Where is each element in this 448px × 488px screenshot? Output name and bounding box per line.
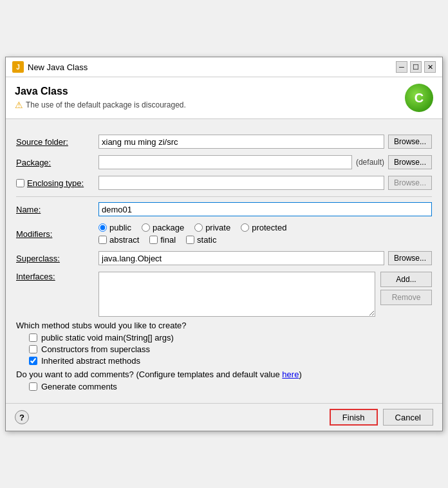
generate-comments-item: Generate comments [29,382,432,391]
superclass-row: Superclass: Browse... [16,251,432,265]
superclass-label: Superclass: [16,254,93,263]
radio-package-input[interactable] [142,223,150,232]
enclosing-right: Browse... [98,176,432,190]
checkbox-final: final [149,235,176,245]
title-bar-left: J New Java Class [12,61,88,73]
finish-button[interactable]: Finish [330,409,378,426]
interfaces-label: Interfaces: [16,272,93,281]
radio-public-input[interactable] [98,223,107,232]
generate-comments-label: Generate comments [41,382,117,391]
close-button[interactable]: ✕ [424,61,436,73]
stub-constructors-label: Constructors from superclass [41,344,150,354]
radio-protected-input[interactable] [241,223,249,232]
source-folder-label: Source folder: [16,137,93,147]
stub-inherited-label: Inherited abstract methods [41,356,140,366]
package-row: Package: (default) Browse... [16,155,432,169]
name-row: Name: [16,202,432,216]
comments-section: Do you want to add comments? (Configure … [16,370,432,391]
radio-package: package [142,223,184,232]
stubs-title: Which method stubs would you like to cre… [16,321,432,330]
superclass-input[interactable] [98,251,384,265]
enclosing-browse-button[interactable]: Browse... [388,176,432,190]
title-controls: ─ ☐ ✕ [396,61,436,73]
final-checkbox[interactable] [149,236,158,244]
static-checkbox[interactable] [186,236,194,244]
enclosing-label: Enclosing type: [27,178,84,188]
source-folder-input[interactable] [98,135,384,149]
interfaces-textarea[interactable] [98,272,375,317]
name-label: Name: [16,205,93,214]
stub-inherited-item: Inherited abstract methods [29,356,432,366]
warning-message: The use of the default package is discou… [26,100,186,109]
modifiers-row: Modifiers: public package private [16,223,432,245]
superclass-browse-button[interactable]: Browse... [388,251,432,265]
radio-public: public [98,223,131,232]
remove-button[interactable]: Remove [380,290,432,305]
package-default-label: (default) [356,158,384,167]
source-folder-right: Browse... [98,135,432,149]
radio-private-label: private [205,223,230,232]
stub-constructors-item: Constructors from superclass [29,344,432,354]
radio-private: private [194,223,230,232]
interfaces-row: Interfaces: Add... Remove [16,272,432,317]
header-section: Java Class ⚠ The use of the default pack… [6,77,442,119]
radio-private-input[interactable] [194,223,203,232]
checkbox-abstract: abstract [98,235,139,245]
minimize-button[interactable]: ─ [396,61,407,73]
stub-constructors-checkbox[interactable] [29,345,37,353]
static-label: static [197,235,216,245]
title-bar: J New Java Class ─ ☐ ✕ [6,57,442,77]
checkbox-static: static [186,235,216,245]
modifiers-access-row: public package private protected [98,223,432,232]
modifiers-section: public package private protected [98,223,432,245]
configure-link[interactable]: here [282,370,299,379]
enclosing-type-input[interactable] [98,176,384,190]
stub-main-item: public static void main(String[] args) [29,333,432,343]
package-right: (default) Browse... [98,155,432,169]
source-folder-row: Source folder: Browse... [16,135,432,149]
warning-text: ⚠ The use of the default package is disc… [15,100,186,110]
final-label: final [160,235,176,245]
divider-1 [16,196,432,197]
package-label: Package: [16,158,93,167]
package-browse-button[interactable]: Browse... [388,155,432,169]
help-button[interactable]: ? [15,410,29,424]
maximize-button[interactable]: ☐ [410,61,422,73]
name-right [98,202,432,216]
footer-buttons: Finish Cancel [330,409,433,426]
header-title: Java Class [15,86,186,97]
radio-protected: protected [241,223,286,232]
cancel-button[interactable]: Cancel [383,409,433,426]
superclass-right: Browse... [98,251,432,265]
comments-title: Do you want to add comments? (Configure … [16,370,432,379]
logo-icon: C [405,84,433,112]
modifiers-label: Modifiers: [16,229,93,239]
radio-public-label: public [109,223,131,232]
generate-comments-checkbox[interactable] [29,382,37,391]
stub-inherited-checkbox[interactable] [29,357,37,365]
abstract-label: abstract [109,235,139,245]
warning-icon: ⚠ [15,100,23,110]
stub-main-label: public static void main(String[] args) [41,333,174,343]
header-left: Java Class ⚠ The use of the default pack… [15,86,186,110]
footer: ? Finish Cancel [6,403,442,431]
abstract-checkbox[interactable] [98,236,107,244]
package-input[interactable] [98,155,352,169]
main-content: Source folder: Browse... Package: (defau… [6,127,442,403]
dialog-icon: J [12,61,24,73]
dialog-new-java-class: J New Java Class ─ ☐ ✕ Java Class ⚠ The … [5,57,443,431]
stub-main-checkbox[interactable] [29,333,37,342]
radio-package-label: package [153,223,184,232]
modifiers-extra-row: abstract final static [98,235,432,245]
radio-protected-label: protected [252,223,286,232]
enclosing-type-checkbox[interactable] [16,179,24,187]
dialog-title: New Java Class [28,62,88,72]
enclosing-label-row: Enclosing type: [16,178,93,188]
add-button[interactable]: Add... [380,272,432,287]
source-folder-browse-button[interactable]: Browse... [388,135,432,149]
stubs-section: Which method stubs would you like to cre… [16,321,432,366]
interfaces-buttons: Add... Remove [380,272,432,305]
name-input[interactable] [98,202,432,216]
enclosing-row: Enclosing type: Browse... [16,176,432,190]
